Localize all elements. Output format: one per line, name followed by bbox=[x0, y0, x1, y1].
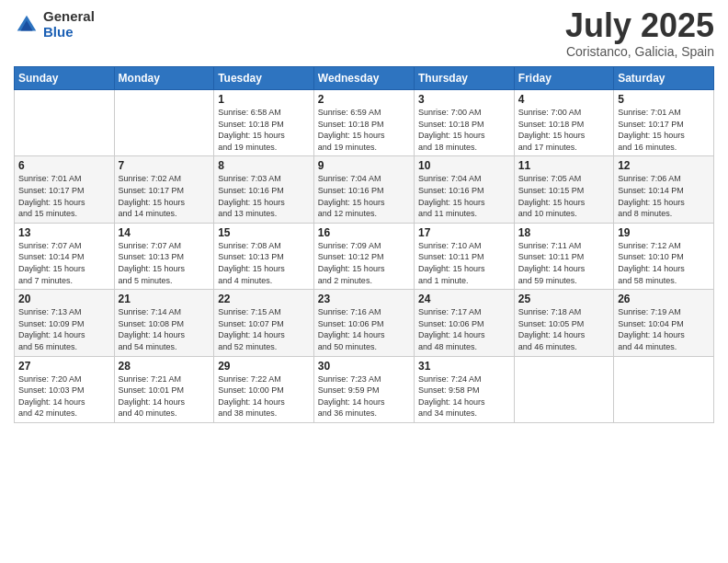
calendar-week-row: 6Sunrise: 7:01 AM Sunset: 10:17 PM Dayli… bbox=[15, 156, 714, 223]
table-row: 23Sunrise: 7:16 AM Sunset: 10:06 PM Dayl… bbox=[313, 290, 414, 356]
day-number: 12 bbox=[618, 159, 710, 172]
day-info: Sunrise: 7:09 AM Sunset: 10:12 PM Daylig… bbox=[318, 240, 410, 286]
month-title: July 2025 bbox=[565, 9, 714, 42]
table-row: 16Sunrise: 7:09 AM Sunset: 10:12 PM Dayl… bbox=[313, 223, 414, 289]
day-info: Sunrise: 7:08 AM Sunset: 10:13 PM Daylig… bbox=[218, 240, 310, 286]
table-row: 5Sunrise: 7:01 AM Sunset: 10:17 PM Dayli… bbox=[614, 90, 714, 156]
col-monday: Monday bbox=[114, 67, 214, 90]
day-number: 25 bbox=[518, 293, 609, 305]
day-number: 19 bbox=[618, 226, 710, 239]
day-info: Sunrise: 7:00 AM Sunset: 10:18 PM Daylig… bbox=[518, 107, 609, 153]
day-info: Sunrise: 6:58 AM Sunset: 10:18 PM Daylig… bbox=[218, 107, 310, 153]
day-number: 30 bbox=[318, 360, 410, 373]
day-number: 10 bbox=[418, 159, 510, 172]
table-row bbox=[614, 356, 714, 422]
day-info: Sunrise: 7:19 AM Sunset: 10:04 PM Daylig… bbox=[618, 306, 710, 352]
day-info: Sunrise: 7:02 AM Sunset: 10:17 PM Daylig… bbox=[119, 173, 210, 219]
table-row: 22Sunrise: 7:15 AM Sunset: 10:07 PM Dayl… bbox=[214, 290, 314, 356]
day-number: 6 bbox=[18, 159, 110, 172]
day-info: Sunrise: 7:04 AM Sunset: 10:16 PM Daylig… bbox=[318, 173, 410, 219]
table-row: 11Sunrise: 7:05 AM Sunset: 10:15 PM Dayl… bbox=[514, 156, 613, 223]
day-info: Sunrise: 7:07 AM Sunset: 10:14 PM Daylig… bbox=[18, 240, 110, 286]
table-row: 29Sunrise: 7:22 AM Sunset: 10:00 PM Dayl… bbox=[214, 356, 314, 422]
day-info: Sunrise: 7:04 AM Sunset: 10:16 PM Daylig… bbox=[418, 173, 510, 219]
table-row: 9Sunrise: 7:04 AM Sunset: 10:16 PM Dayli… bbox=[313, 156, 414, 223]
table-row: 7Sunrise: 7:02 AM Sunset: 10:17 PM Dayli… bbox=[114, 156, 214, 223]
location-subtitle: Coristanco, Galicia, Spain bbox=[565, 44, 714, 59]
day-info: Sunrise: 7:13 AM Sunset: 10:09 PM Daylig… bbox=[18, 306, 110, 352]
calendar-week-row: 13Sunrise: 7:07 AM Sunset: 10:14 PM Dayl… bbox=[15, 223, 714, 289]
day-info: Sunrise: 7:03 AM Sunset: 10:16 PM Daylig… bbox=[218, 173, 310, 219]
day-number: 8 bbox=[218, 159, 310, 172]
calendar-header-row: Sunday Monday Tuesday Wednesday Thursday… bbox=[15, 67, 714, 90]
table-row: 10Sunrise: 7:04 AM Sunset: 10:16 PM Dayl… bbox=[414, 156, 514, 223]
day-number: 22 bbox=[218, 293, 310, 305]
day-number: 16 bbox=[318, 226, 410, 239]
table-row: 28Sunrise: 7:21 AM Sunset: 10:01 PM Dayl… bbox=[114, 356, 214, 422]
page: General Blue July 2025 Coristanco, Galic… bbox=[0, 0, 728, 563]
day-info: Sunrise: 7:24 AM Sunset: 9:58 PM Dayligh… bbox=[418, 373, 510, 419]
header: General Blue July 2025 Coristanco, Galic… bbox=[14, 9, 714, 59]
day-info: Sunrise: 7:16 AM Sunset: 10:06 PM Daylig… bbox=[318, 306, 410, 352]
day-number: 26 bbox=[618, 293, 710, 305]
table-row: 6Sunrise: 7:01 AM Sunset: 10:17 PM Dayli… bbox=[15, 156, 115, 223]
table-row bbox=[15, 90, 115, 156]
table-row: 4Sunrise: 7:00 AM Sunset: 10:18 PM Dayli… bbox=[514, 90, 613, 156]
day-number: 1 bbox=[218, 93, 310, 106]
day-info: Sunrise: 7:18 AM Sunset: 10:05 PM Daylig… bbox=[518, 306, 609, 352]
day-number: 23 bbox=[318, 293, 410, 305]
day-info: Sunrise: 7:20 AM Sunset: 10:03 PM Daylig… bbox=[18, 373, 110, 419]
day-number: 11 bbox=[518, 159, 609, 172]
day-info: Sunrise: 7:01 AM Sunset: 10:17 PM Daylig… bbox=[618, 107, 710, 153]
col-wednesday: Wednesday bbox=[313, 67, 414, 90]
calendar-week-row: 27Sunrise: 7:20 AM Sunset: 10:03 PM Dayl… bbox=[15, 356, 714, 422]
day-info: Sunrise: 7:21 AM Sunset: 10:01 PM Daylig… bbox=[119, 373, 210, 419]
day-number: 9 bbox=[318, 159, 410, 172]
day-number: 21 bbox=[119, 293, 210, 305]
table-row: 20Sunrise: 7:13 AM Sunset: 10:09 PM Dayl… bbox=[15, 290, 115, 356]
col-sunday: Sunday bbox=[15, 67, 115, 90]
calendar-week-row: 20Sunrise: 7:13 AM Sunset: 10:09 PM Dayl… bbox=[15, 290, 714, 356]
day-info: Sunrise: 7:05 AM Sunset: 10:15 PM Daylig… bbox=[518, 173, 609, 219]
table-row: 3Sunrise: 7:00 AM Sunset: 10:18 PM Dayli… bbox=[414, 90, 514, 156]
table-row: 17Sunrise: 7:10 AM Sunset: 10:11 PM Dayl… bbox=[414, 223, 514, 289]
day-info: Sunrise: 7:17 AM Sunset: 10:06 PM Daylig… bbox=[418, 306, 510, 352]
calendar-table: Sunday Monday Tuesday Wednesday Thursday… bbox=[14, 66, 714, 423]
day-info: Sunrise: 7:12 AM Sunset: 10:10 PM Daylig… bbox=[618, 240, 710, 286]
col-friday: Friday bbox=[514, 67, 613, 90]
day-info: Sunrise: 7:01 AM Sunset: 10:17 PM Daylig… bbox=[18, 173, 110, 219]
day-info: Sunrise: 7:15 AM Sunset: 10:07 PM Daylig… bbox=[218, 306, 310, 352]
logo-text: General Blue bbox=[43, 9, 95, 40]
day-number: 20 bbox=[18, 293, 110, 305]
day-number: 28 bbox=[119, 360, 210, 373]
table-row bbox=[114, 90, 214, 156]
calendar-week-row: 1Sunrise: 6:58 AM Sunset: 10:18 PM Dayli… bbox=[15, 90, 714, 156]
day-number: 17 bbox=[418, 226, 510, 239]
table-row: 12Sunrise: 7:06 AM Sunset: 10:14 PM Dayl… bbox=[614, 156, 714, 223]
table-row: 24Sunrise: 7:17 AM Sunset: 10:06 PM Dayl… bbox=[414, 290, 514, 356]
table-row: 18Sunrise: 7:11 AM Sunset: 10:11 PM Dayl… bbox=[514, 223, 613, 289]
table-row: 2Sunrise: 6:59 AM Sunset: 10:18 PM Dayli… bbox=[313, 90, 414, 156]
day-number: 18 bbox=[518, 226, 609, 239]
day-info: Sunrise: 6:59 AM Sunset: 10:18 PM Daylig… bbox=[318, 107, 410, 153]
day-number: 27 bbox=[18, 360, 110, 373]
col-saturday: Saturday bbox=[614, 67, 714, 90]
table-row: 26Sunrise: 7:19 AM Sunset: 10:04 PM Dayl… bbox=[614, 290, 714, 356]
table-row: 13Sunrise: 7:07 AM Sunset: 10:14 PM Dayl… bbox=[15, 223, 115, 289]
day-number: 7 bbox=[119, 159, 210, 172]
table-row: 30Sunrise: 7:23 AM Sunset: 9:59 PM Dayli… bbox=[313, 356, 414, 422]
table-row: 19Sunrise: 7:12 AM Sunset: 10:10 PM Dayl… bbox=[614, 223, 714, 289]
table-row: 31Sunrise: 7:24 AM Sunset: 9:58 PM Dayli… bbox=[414, 356, 514, 422]
day-number: 2 bbox=[318, 93, 410, 106]
table-row bbox=[514, 356, 613, 422]
logo-blue-text: Blue bbox=[43, 25, 95, 40]
col-tuesday: Tuesday bbox=[214, 67, 314, 90]
table-row: 8Sunrise: 7:03 AM Sunset: 10:16 PM Dayli… bbox=[214, 156, 314, 223]
title-area: July 2025 Coristanco, Galicia, Spain bbox=[565, 9, 714, 59]
col-thursday: Thursday bbox=[414, 67, 514, 90]
table-row: 1Sunrise: 6:58 AM Sunset: 10:18 PM Dayli… bbox=[214, 90, 314, 156]
day-number: 15 bbox=[218, 226, 310, 239]
day-info: Sunrise: 7:00 AM Sunset: 10:18 PM Daylig… bbox=[418, 107, 510, 153]
day-number: 4 bbox=[518, 93, 609, 106]
day-info: Sunrise: 7:22 AM Sunset: 10:00 PM Daylig… bbox=[218, 373, 310, 419]
